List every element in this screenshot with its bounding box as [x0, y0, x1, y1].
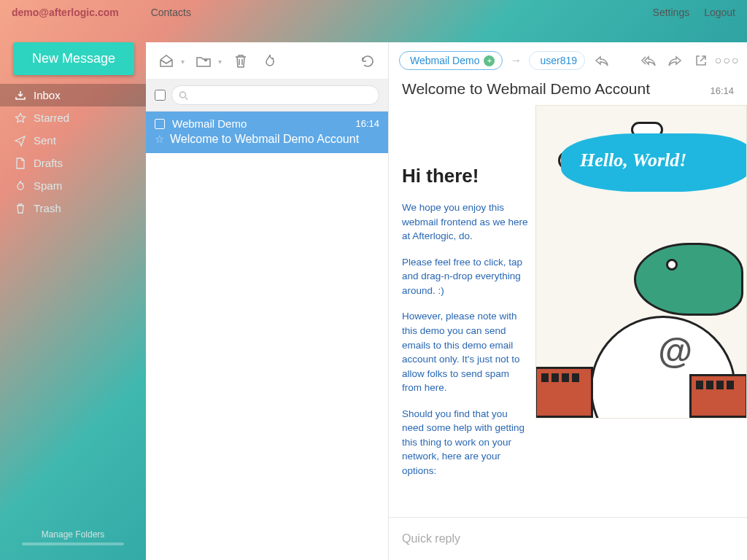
folder-drafts[interactable]: Drafts	[0, 152, 146, 174]
top-bar: demo@afterlogic.com Contacts Settings Lo…	[0, 0, 747, 25]
hello-world-illustration: Hello, World! @	[535, 105, 747, 419]
inbox-download-icon	[15, 90, 26, 101]
folder-label: Sent	[34, 134, 56, 147]
refresh-button[interactable]	[357, 51, 378, 71]
body-paragraph: We hope you enjoy this webmail frontend …	[402, 201, 533, 244]
paper-plane-icon	[15, 135, 26, 147]
reading-pane: Webmail Demo + → user819 ○○○ Welcome	[389, 42, 747, 560]
trash-icon	[15, 203, 26, 214]
forward-button[interactable]	[665, 51, 684, 70]
search-icon	[179, 90, 188, 100]
more-menu-button[interactable]: ○○○	[718, 51, 737, 70]
speech-bubble: Hello, World!	[561, 133, 747, 192]
add-contact-icon[interactable]: +	[484, 55, 495, 66]
message-body: Hello, World! @ Hi there! We hope you en…	[389, 105, 747, 517]
message-subject-heading: Welcome to Webmail Demo Account	[402, 80, 710, 98]
search-input[interactable]	[171, 85, 379, 105]
new-message-button[interactable]: New Message	[13, 42, 134, 75]
folder-list: Inbox Starred Sent Drafts	[0, 84, 146, 219]
check-mail-button[interactable]	[156, 51, 177, 71]
folder-label: Trash	[34, 202, 61, 214]
select-all-checkbox[interactable]	[155, 90, 166, 101]
manage-folders-link[interactable]: Manage Folders	[0, 529, 146, 545]
flame-icon	[15, 180, 26, 192]
folder-label: Drafts	[34, 157, 63, 169]
message-time: 16:14	[710, 85, 734, 96]
move-to-button[interactable]	[193, 51, 214, 71]
from-chip[interactable]: Webmail Demo +	[399, 51, 503, 70]
to-chip[interactable]: user819	[529, 51, 585, 70]
star-icon[interactable]: ☆	[155, 133, 164, 146]
folder-inbox[interactable]: Inbox	[0, 84, 146, 106]
folder-spam[interactable]: Spam	[0, 174, 146, 197]
body-paragraph: However, please note with this demo you …	[402, 309, 533, 394]
message-toolbar: Webmail Demo + → user819 ○○○	[389, 42, 747, 79]
message-from: Webmail Demo	[172, 117, 355, 130]
star-icon	[15, 112, 26, 124]
body-paragraph: Please feel free to click, tap and drag-…	[402, 255, 533, 298]
delete-button[interactable]	[231, 51, 251, 71]
body-paragraph: Should you find that you need some help …	[402, 407, 533, 478]
quick-reply-input[interactable]: Quick reply	[389, 517, 747, 560]
logout-link[interactable]: Logout	[704, 7, 735, 18]
sidebar: New Message Inbox Starred Sent	[0, 42, 146, 560]
search-row	[146, 79, 388, 112]
folder-label: Inbox	[34, 89, 61, 101]
reply-button[interactable]	[592, 51, 611, 70]
account-label[interactable]: demo@afterlogic.com	[12, 7, 119, 18]
list-toolbar: ▾ ▾	[146, 42, 388, 79]
document-icon	[15, 158, 26, 169]
check-mail-dropdown[interactable]: ▾	[181, 58, 185, 66]
message-time: 16:14	[355, 118, 379, 129]
open-external-button[interactable]	[692, 51, 711, 70]
contacts-link[interactable]: Contacts	[151, 7, 191, 18]
folder-label: Spam	[34, 179, 62, 192]
folder-label: Starred	[34, 112, 69, 124]
storage-progress	[22, 542, 124, 545]
message-subject: Welcome to Webmail Demo Account	[170, 133, 359, 146]
folder-sent[interactable]: Sent	[0, 129, 146, 152]
folder-starred[interactable]: Starred	[0, 106, 146, 129]
message-checkbox[interactable]	[155, 119, 165, 129]
reply-all-button[interactable]	[639, 51, 658, 70]
folder-trash[interactable]: Trash	[0, 197, 146, 219]
svg-point-0	[180, 92, 186, 98]
spam-button[interactable]	[260, 51, 280, 71]
message-list-pane: ▾ ▾	[146, 42, 389, 560]
message-item[interactable]: Webmail Demo 16:14 ☆ Welcome to Webmail …	[146, 112, 388, 153]
move-to-dropdown[interactable]: ▾	[218, 58, 222, 66]
settings-link[interactable]: Settings	[653, 7, 690, 18]
arrow-right-icon: →	[510, 54, 522, 67]
